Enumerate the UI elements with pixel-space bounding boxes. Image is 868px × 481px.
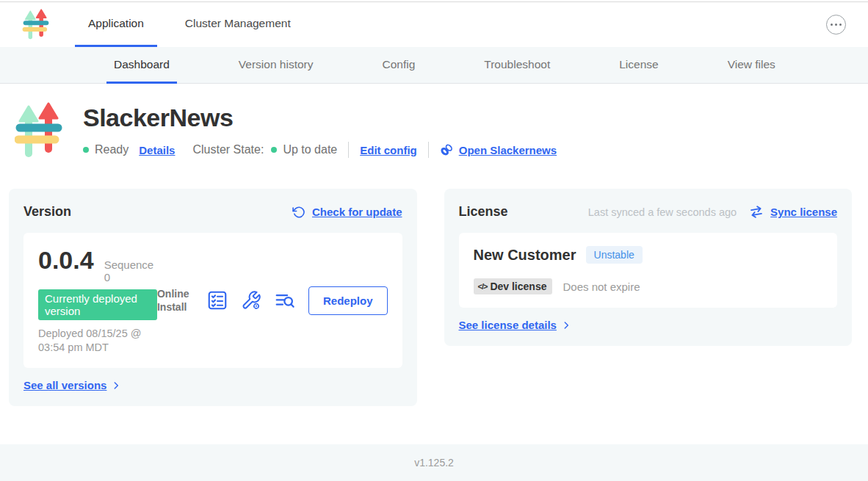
install-type-label: Online Install [157, 287, 194, 314]
deployed-timestamp: Deployed 08/15/25 @ 03:54 pm MDT [38, 327, 157, 355]
console-footer: v1.125.2 [0, 444, 868, 481]
channel-badge: Unstable [586, 246, 643, 264]
tab-troubleshoot[interactable]: Troubleshoot [477, 47, 557, 84]
top-nav: Application Cluster Management [75, 2, 304, 47]
app-heading: SlackerNews Ready Details Cluster State:… [15, 102, 868, 161]
top-header: Application Cluster Management [0, 2, 868, 47]
view-logs-icon[interactable] [274, 289, 296, 311]
divider [348, 142, 349, 158]
tab-view-files[interactable]: View files [720, 47, 783, 84]
cluster-state-value: Up to date [283, 143, 337, 156]
sync-license-link[interactable]: Sync license [770, 206, 837, 218]
chevron-right-icon [561, 320, 571, 330]
tab-version-history[interactable]: Version history [231, 47, 321, 84]
tab-config[interactable]: Config [375, 47, 423, 84]
chevron-right-icon [111, 380, 121, 391]
wrench-gear-icon[interactable] [241, 290, 261, 311]
version-card-title: Version [23, 204, 71, 220]
open-app-link[interactable]: Open Slackernews [459, 144, 557, 156]
edit-config-link[interactable]: Edit config [360, 144, 417, 156]
last-synced-label: Last synced a few seconds ago [588, 206, 737, 218]
app-subnav: Dashboard Version history Config Trouble… [0, 47, 868, 84]
tab-application[interactable]: Application [75, 2, 157, 47]
see-all-versions-link[interactable]: See all versions [23, 379, 106, 391]
customer-name: New Customer [474, 247, 576, 264]
license-type-label: Dev license [490, 281, 546, 292]
version-number: 0.0.4 [38, 246, 94, 275]
license-card-title: License [459, 204, 508, 220]
tab-license[interactable]: License [612, 47, 665, 84]
app-status-row: Ready Details Cluster State: Up to date … [83, 142, 557, 158]
redeploy-button[interactable]: Redeploy [308, 286, 388, 315]
license-panel: New Customer Unstable </> Dev license Do… [459, 233, 838, 308]
refresh-icon[interactable] [292, 206, 305, 219]
license-type-badge: </> Dev license [474, 278, 553, 294]
page-title: SlackerNews [83, 104, 557, 132]
license-card: License Last synced a few seconds ago Sy… [444, 189, 853, 346]
admin-console-page: Application Cluster Management Dashboard… [0, 0, 868, 481]
open-app-link-group[interactable]: Open Slackernews [440, 143, 557, 156]
see-license-details-link[interactable]: See license details [459, 319, 557, 331]
app-logo-large-icon [15, 102, 63, 161]
version-actions: Online Install [157, 286, 388, 315]
app-status-dot [83, 147, 89, 153]
check-for-update-link[interactable]: Check for update [312, 206, 402, 218]
status-details-link[interactable]: Details [139, 144, 175, 156]
chain-link-icon [440, 143, 454, 156]
cluster-state-dot [271, 147, 277, 153]
version-info: 0.0.4 Sequence 0 Currently deployed vers… [38, 246, 157, 355]
tab-cluster-management[interactable]: Cluster Management [172, 2, 304, 47]
console-version: v1.125.2 [414, 457, 454, 469]
tab-dashboard[interactable]: Dashboard [106, 47, 177, 84]
version-sequence: Sequence 0 [104, 258, 157, 283]
sync-arrows-icon[interactable] [749, 205, 764, 219]
version-card: Version Check for update 0.0.4 Sequence … [9, 189, 417, 406]
current-version-panel: 0.0.4 Sequence 0 Currently deployed vers… [23, 233, 402, 368]
license-expiry: Does not expire [563, 281, 640, 293]
preflight-checklist-icon[interactable] [206, 289, 228, 311]
cluster-state-label: Cluster State: [192, 143, 264, 156]
divider [428, 142, 429, 158]
overflow-menu-icon[interactable] [826, 15, 846, 35]
header-right [826, 2, 846, 47]
app-status-label: Ready [95, 143, 129, 156]
app-logo-icon [22, 9, 50, 41]
deployed-status-badge: Currently deployed version [38, 289, 157, 320]
dashboard-cards: Version Check for update 0.0.4 Sequence … [0, 189, 868, 406]
code-icon: </> [478, 282, 488, 291]
